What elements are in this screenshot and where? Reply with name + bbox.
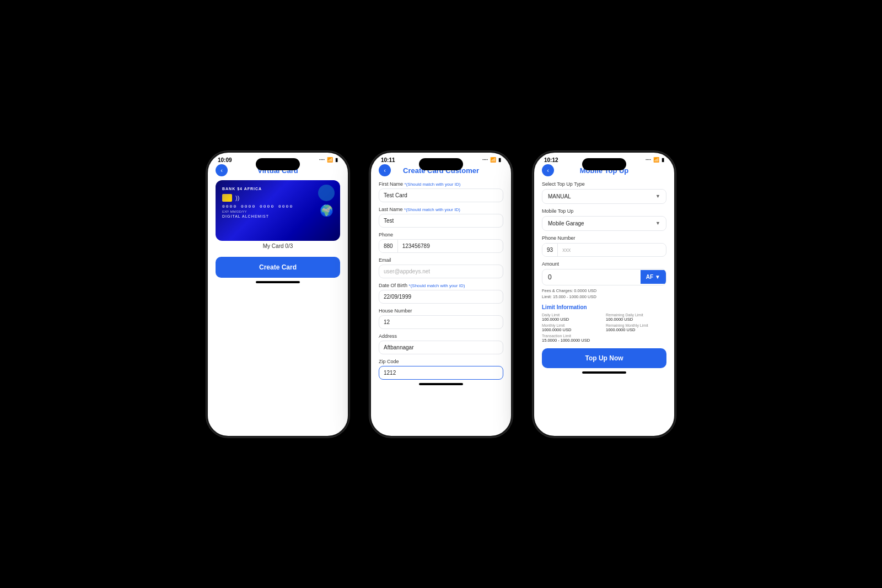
phones-container: 10:09 ···· 📶 ▮ ‹ Virtual Card BANK $4 AF… <box>206 151 676 438</box>
back-button-2[interactable]: ‹ <box>379 164 391 176</box>
phone-1: 10:09 ···· 📶 ▮ ‹ Virtual Card BANK $4 AF… <box>206 151 349 438</box>
home-indicator-3 <box>582 371 626 374</box>
top-up-button[interactable]: Top Up Now <box>542 348 666 368</box>
dropdown-arrow-2: ▼ <box>655 220 660 226</box>
time-2: 10:11 <box>381 157 395 163</box>
limit-grid: Daily Limit 100.0000 USD Remaining Daily… <box>542 313 666 343</box>
home-indicator-1 <box>256 281 300 283</box>
time-3: 10:12 <box>544 157 558 163</box>
phone3-input-row[interactable]: 93 xxx <box>542 243 666 257</box>
phone-number-label: Phone Number <box>542 235 666 241</box>
battery-icon-1: ▮ <box>335 157 338 163</box>
my-card-label: My Card 0/3 <box>216 243 340 249</box>
input-email[interactable]: user@appdeys.net <box>379 265 503 278</box>
time-1: 10:09 <box>218 157 232 163</box>
card-expiry: EXP. MM/DD/YY <box>222 210 334 213</box>
back-button-1[interactable]: ‹ <box>216 164 228 176</box>
battery-icon-2: ▮ <box>498 157 501 163</box>
label-house: House Number <box>379 308 503 314</box>
remaining-daily-label: Remaining Daily Limit <box>606 313 666 317</box>
transaction-limit-value: 15.0000 - 1000.0000 USD <box>542 338 666 343</box>
amount-label: Amount <box>542 261 666 267</box>
label-dob: Date Of Birth *(Should match with your I… <box>379 283 503 288</box>
monthly-limit: Monthly Limit 1000.0000 USD <box>542 323 603 332</box>
phone-code: 880 <box>379 240 398 252</box>
label-zip: Zip Code <box>379 359 503 364</box>
input-address[interactable]: Aftbannagar <box>379 341 503 354</box>
input-lastname[interactable]: Test <box>379 214 503 228</box>
card-number: 0000 0000 0000 0000 <box>222 204 334 209</box>
phone3-number[interactable]: xxx <box>558 244 666 256</box>
monthly-limit-label: Monthly Limit <box>542 323 603 327</box>
signal-icon-2: ···· <box>482 157 488 163</box>
wave-icon: )) <box>235 195 239 201</box>
card-chip-row: )) <box>222 194 334 202</box>
battery-icon-3: ▮ <box>662 157 664 163</box>
dynamic-island-1 <box>256 158 300 170</box>
signal-icon-3: ···· <box>646 157 651 163</box>
phone-3: 10:12 ···· 📶 ▮ ‹ Mobile Top Up Select To… <box>533 151 676 438</box>
amount-row[interactable]: 0 AF ▼ <box>542 269 666 285</box>
remaining-monthly-label: Remaining Monthly Limit <box>606 323 666 327</box>
daily-limit: Daily Limit 100.0000 USD <box>542 313 603 322</box>
top-up-type-label: Select Top Up Type <box>542 181 666 187</box>
status-icons-1: ···· 📶 ▮ <box>319 157 338 163</box>
monthly-limit-value: 1000.0000 USD <box>542 327 603 332</box>
label-email: Email <box>379 257 503 263</box>
currency-button[interactable]: AF ▼ <box>641 270 666 284</box>
label-address: Address <box>379 333 503 339</box>
mobile-top-up-dropdown[interactable]: Mobile Garage ▼ <box>542 216 666 231</box>
remaining-daily-limit: Remaining Daily Limit 100.0000 USD <box>606 313 666 322</box>
label-lastname: Last Name *(Should match with your ID) <box>379 207 503 212</box>
currency-arrow: ▼ <box>655 274 660 280</box>
transaction-limit-label: Transaction Limit <box>542 334 666 338</box>
mobile-top-up-value: Mobile Garage <box>548 220 584 226</box>
input-firstname[interactable]: Test Card <box>379 188 503 202</box>
wifi-icon-3: 📶 <box>653 157 659 163</box>
label-firstname: First Name *(Should match with your ID) <box>379 181 503 187</box>
dropdown-arrow-1: ▼ <box>655 193 660 199</box>
currency-code: AF <box>646 274 653 280</box>
africa-icon: 🌍 <box>320 204 334 217</box>
wifi-icon-2: 📶 <box>490 157 496 163</box>
wifi-icon-1: 📶 <box>327 157 333 163</box>
phone1-content: BANK $4 AFRICA )) 0000 0000 0000 0000 EX… <box>208 177 348 278</box>
limit-info-title: Limit Information <box>542 304 666 310</box>
remaining-monthly-limit: Remaining Monthly Limit 1000.0000 USD <box>606 323 666 332</box>
virtual-card: BANK $4 AFRICA )) 0000 0000 0000 0000 EX… <box>216 180 340 241</box>
mobile-top-up-label: Mobile Top Up <box>542 208 666 214</box>
input-house[interactable]: 12 <box>379 315 503 329</box>
phone2-content: First Name *(Should match with your ID) … <box>371 177 511 380</box>
remaining-monthly-value: 1000.0000 USD <box>606 327 666 332</box>
remaining-daily-value: 100.0000 USD <box>606 317 666 322</box>
create-card-button[interactable]: Create Card <box>216 257 340 278</box>
dynamic-island-3 <box>582 158 626 170</box>
phone-number-input[interactable]: 123456789 <box>398 240 503 252</box>
fees-line1: Fees & Charges: 0.0000 USD <box>542 288 666 294</box>
amount-input[interactable]: 0 <box>542 269 641 285</box>
signal-icon-1: ···· <box>319 157 325 163</box>
daily-limit-label: Daily Limit <box>542 313 603 317</box>
transaction-limit: Transaction Limit 15.0000 - 1000.0000 US… <box>542 334 666 343</box>
top-up-type-value: MANUAL <box>548 193 571 199</box>
phone3-content: Select Top Up Type MANUAL ▼ Mobile Top U… <box>534 177 674 369</box>
card-holder: DIGITAL ALCHEMIST <box>222 214 334 218</box>
dynamic-island-2 <box>419 158 463 170</box>
card-bank-name: BANK $4 AFRICA <box>222 187 334 191</box>
home-indicator-2 <box>419 383 463 385</box>
back-button-3[interactable]: ‹ <box>542 164 554 176</box>
daily-limit-value: 100.0000 USD <box>542 317 603 322</box>
phone-input-row[interactable]: 880 123456789 <box>379 239 503 253</box>
fees-line2: Limit: 15.000 - 1000.000 USD <box>542 294 666 300</box>
phone3-code: 93 <box>542 244 558 256</box>
limit-info-section: Limit Information Daily Limit 100.0000 U… <box>542 304 666 343</box>
phone-2: 10:11 ···· 📶 ▮ ‹ Create Card Customer Fi… <box>369 151 513 438</box>
fees-info: Fees & Charges: 0.0000 USD Limit: 15.000… <box>542 288 666 300</box>
chip-icon <box>222 194 232 202</box>
status-icons-2: ···· 📶 ▮ <box>482 157 501 163</box>
label-phone: Phone <box>379 232 503 238</box>
input-dob[interactable]: 22/09/1999 <box>379 290 503 304</box>
input-zip[interactable]: 1212 <box>379 366 503 380</box>
status-icons-3: ···· 📶 ▮ <box>646 157 664 163</box>
top-up-type-dropdown[interactable]: MANUAL ▼ <box>542 189 666 204</box>
